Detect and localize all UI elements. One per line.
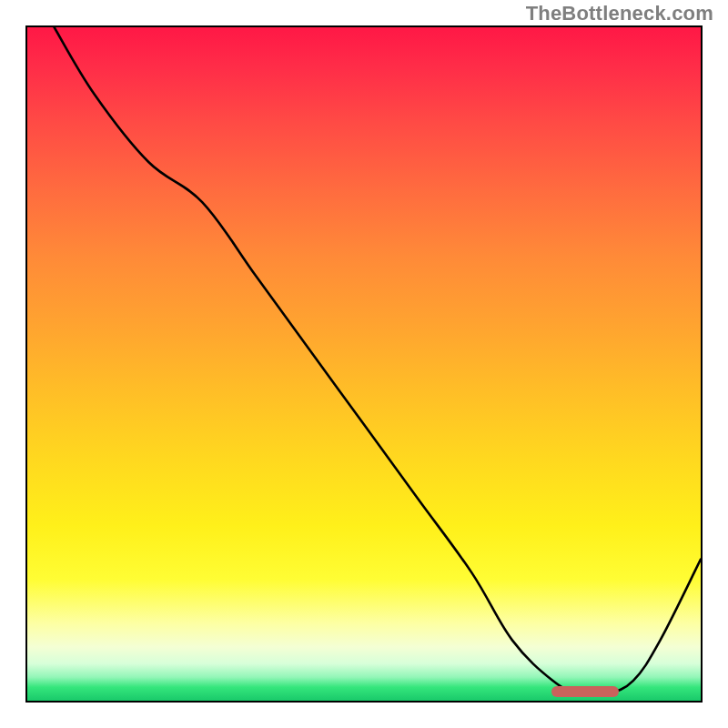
watermark-text: TheBottleneck.com [526,2,713,25]
optimal-range-marker [551,686,619,697]
chart-stage: TheBottleneck.com [0,0,728,728]
plot-frame [25,25,703,703]
curve-path [55,27,701,696]
chart-svg [27,27,701,701]
